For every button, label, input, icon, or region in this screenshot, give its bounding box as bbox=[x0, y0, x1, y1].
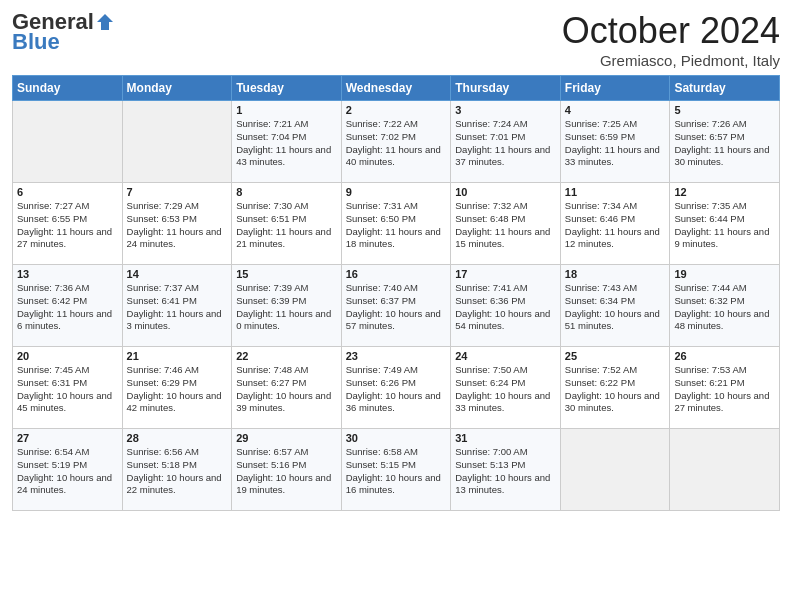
calendar-cell: 13Sunrise: 7:36 AMSunset: 6:42 PMDayligh… bbox=[13, 265, 123, 347]
calendar-cell: 25Sunrise: 7:52 AMSunset: 6:22 PMDayligh… bbox=[560, 347, 670, 429]
calendar-cell: 17Sunrise: 7:41 AMSunset: 6:36 PMDayligh… bbox=[451, 265, 561, 347]
day-info: Sunrise: 7:35 AMSunset: 6:44 PMDaylight:… bbox=[674, 200, 775, 251]
day-number: 16 bbox=[346, 268, 447, 280]
col-tuesday: Tuesday bbox=[232, 76, 342, 101]
calendar-cell: 15Sunrise: 7:39 AMSunset: 6:39 PMDayligh… bbox=[232, 265, 342, 347]
calendar-cell: 5Sunrise: 7:26 AMSunset: 6:57 PMDaylight… bbox=[670, 101, 780, 183]
day-number: 9 bbox=[346, 186, 447, 198]
day-number: 2 bbox=[346, 104, 447, 116]
day-number: 1 bbox=[236, 104, 337, 116]
calendar-cell: 20Sunrise: 7:45 AMSunset: 6:31 PMDayligh… bbox=[13, 347, 123, 429]
calendar-cell: 7Sunrise: 7:29 AMSunset: 6:53 PMDaylight… bbox=[122, 183, 232, 265]
day-number: 13 bbox=[17, 268, 118, 280]
calendar-cell: 16Sunrise: 7:40 AMSunset: 6:37 PMDayligh… bbox=[341, 265, 451, 347]
day-info: Sunrise: 7:27 AMSunset: 6:55 PMDaylight:… bbox=[17, 200, 118, 251]
day-number: 31 bbox=[455, 432, 556, 444]
day-info: Sunrise: 7:39 AMSunset: 6:39 PMDaylight:… bbox=[236, 282, 337, 333]
logo-blue-text: Blue bbox=[12, 30, 60, 54]
col-friday: Friday bbox=[560, 76, 670, 101]
day-number: 23 bbox=[346, 350, 447, 362]
day-info: Sunrise: 7:31 AMSunset: 6:50 PMDaylight:… bbox=[346, 200, 447, 251]
header: General Blue October 2024 Gremiasco, Pie… bbox=[12, 10, 780, 69]
day-info: Sunrise: 7:26 AMSunset: 6:57 PMDaylight:… bbox=[674, 118, 775, 169]
day-number: 15 bbox=[236, 268, 337, 280]
day-number: 8 bbox=[236, 186, 337, 198]
calendar-cell: 28Sunrise: 6:56 AMSunset: 5:18 PMDayligh… bbox=[122, 429, 232, 511]
day-number: 18 bbox=[565, 268, 666, 280]
calendar-cell: 18Sunrise: 7:43 AMSunset: 6:34 PMDayligh… bbox=[560, 265, 670, 347]
day-info: Sunrise: 7:49 AMSunset: 6:26 PMDaylight:… bbox=[346, 364, 447, 415]
day-number: 10 bbox=[455, 186, 556, 198]
calendar-cell: 6Sunrise: 7:27 AMSunset: 6:55 PMDaylight… bbox=[13, 183, 123, 265]
day-number: 14 bbox=[127, 268, 228, 280]
day-number: 27 bbox=[17, 432, 118, 444]
day-number: 7 bbox=[127, 186, 228, 198]
day-info: Sunrise: 7:52 AMSunset: 6:22 PMDaylight:… bbox=[565, 364, 666, 415]
day-number: 28 bbox=[127, 432, 228, 444]
calendar-cell: 9Sunrise: 7:31 AMSunset: 6:50 PMDaylight… bbox=[341, 183, 451, 265]
week-row-1: 1Sunrise: 7:21 AMSunset: 7:04 PMDaylight… bbox=[13, 101, 780, 183]
day-info: Sunrise: 7:34 AMSunset: 6:46 PMDaylight:… bbox=[565, 200, 666, 251]
day-number: 3 bbox=[455, 104, 556, 116]
day-info: Sunrise: 7:41 AMSunset: 6:36 PMDaylight:… bbox=[455, 282, 556, 333]
month-title: October 2024 bbox=[562, 10, 780, 52]
day-info: Sunrise: 7:29 AMSunset: 6:53 PMDaylight:… bbox=[127, 200, 228, 251]
calendar-cell: 21Sunrise: 7:46 AMSunset: 6:29 PMDayligh… bbox=[122, 347, 232, 429]
col-sunday: Sunday bbox=[13, 76, 123, 101]
logo: General Blue bbox=[12, 10, 115, 54]
calendar-cell bbox=[670, 429, 780, 511]
day-number: 24 bbox=[455, 350, 556, 362]
svg-marker-0 bbox=[97, 14, 113, 30]
day-info: Sunrise: 6:57 AMSunset: 5:16 PMDaylight:… bbox=[236, 446, 337, 497]
location-subtitle: Gremiasco, Piedmont, Italy bbox=[562, 52, 780, 69]
day-info: Sunrise: 7:32 AMSunset: 6:48 PMDaylight:… bbox=[455, 200, 556, 251]
day-number: 29 bbox=[236, 432, 337, 444]
calendar-cell: 23Sunrise: 7:49 AMSunset: 6:26 PMDayligh… bbox=[341, 347, 451, 429]
day-number: 30 bbox=[346, 432, 447, 444]
day-info: Sunrise: 7:30 AMSunset: 6:51 PMDaylight:… bbox=[236, 200, 337, 251]
day-info: Sunrise: 7:53 AMSunset: 6:21 PMDaylight:… bbox=[674, 364, 775, 415]
calendar-cell bbox=[560, 429, 670, 511]
calendar-cell: 1Sunrise: 7:21 AMSunset: 7:04 PMDaylight… bbox=[232, 101, 342, 183]
calendar-cell bbox=[13, 101, 123, 183]
calendar-cell: 30Sunrise: 6:58 AMSunset: 5:15 PMDayligh… bbox=[341, 429, 451, 511]
week-row-3: 13Sunrise: 7:36 AMSunset: 6:42 PMDayligh… bbox=[13, 265, 780, 347]
day-number: 25 bbox=[565, 350, 666, 362]
calendar-cell: 22Sunrise: 7:48 AMSunset: 6:27 PMDayligh… bbox=[232, 347, 342, 429]
day-info: Sunrise: 7:36 AMSunset: 6:42 PMDaylight:… bbox=[17, 282, 118, 333]
calendar-cell: 4Sunrise: 7:25 AMSunset: 6:59 PMDaylight… bbox=[560, 101, 670, 183]
calendar-cell: 8Sunrise: 7:30 AMSunset: 6:51 PMDaylight… bbox=[232, 183, 342, 265]
day-number: 6 bbox=[17, 186, 118, 198]
day-info: Sunrise: 6:54 AMSunset: 5:19 PMDaylight:… bbox=[17, 446, 118, 497]
day-info: Sunrise: 7:44 AMSunset: 6:32 PMDaylight:… bbox=[674, 282, 775, 333]
page-container: General Blue October 2024 Gremiasco, Pie… bbox=[0, 0, 792, 519]
calendar-cell: 19Sunrise: 7:44 AMSunset: 6:32 PMDayligh… bbox=[670, 265, 780, 347]
calendar-table: Sunday Monday Tuesday Wednesday Thursday… bbox=[12, 75, 780, 511]
calendar-cell: 31Sunrise: 7:00 AMSunset: 5:13 PMDayligh… bbox=[451, 429, 561, 511]
day-info: Sunrise: 7:50 AMSunset: 6:24 PMDaylight:… bbox=[455, 364, 556, 415]
day-number: 12 bbox=[674, 186, 775, 198]
week-row-4: 20Sunrise: 7:45 AMSunset: 6:31 PMDayligh… bbox=[13, 347, 780, 429]
calendar-cell: 11Sunrise: 7:34 AMSunset: 6:46 PMDayligh… bbox=[560, 183, 670, 265]
day-info: Sunrise: 7:43 AMSunset: 6:34 PMDaylight:… bbox=[565, 282, 666, 333]
day-info: Sunrise: 7:40 AMSunset: 6:37 PMDaylight:… bbox=[346, 282, 447, 333]
col-wednesday: Wednesday bbox=[341, 76, 451, 101]
day-number: 26 bbox=[674, 350, 775, 362]
day-number: 20 bbox=[17, 350, 118, 362]
header-row: Sunday Monday Tuesday Wednesday Thursday… bbox=[13, 76, 780, 101]
col-thursday: Thursday bbox=[451, 76, 561, 101]
calendar-cell: 2Sunrise: 7:22 AMSunset: 7:02 PMDaylight… bbox=[341, 101, 451, 183]
day-info: Sunrise: 7:21 AMSunset: 7:04 PMDaylight:… bbox=[236, 118, 337, 169]
day-info: Sunrise: 7:46 AMSunset: 6:29 PMDaylight:… bbox=[127, 364, 228, 415]
title-block: October 2024 Gremiasco, Piedmont, Italy bbox=[562, 10, 780, 69]
col-saturday: Saturday bbox=[670, 76, 780, 101]
day-number: 22 bbox=[236, 350, 337, 362]
calendar-cell: 3Sunrise: 7:24 AMSunset: 7:01 PMDaylight… bbox=[451, 101, 561, 183]
day-info: Sunrise: 6:56 AMSunset: 5:18 PMDaylight:… bbox=[127, 446, 228, 497]
calendar-cell: 14Sunrise: 7:37 AMSunset: 6:41 PMDayligh… bbox=[122, 265, 232, 347]
col-monday: Monday bbox=[122, 76, 232, 101]
day-number: 21 bbox=[127, 350, 228, 362]
day-number: 4 bbox=[565, 104, 666, 116]
day-info: Sunrise: 7:48 AMSunset: 6:27 PMDaylight:… bbox=[236, 364, 337, 415]
day-info: Sunrise: 6:58 AMSunset: 5:15 PMDaylight:… bbox=[346, 446, 447, 497]
